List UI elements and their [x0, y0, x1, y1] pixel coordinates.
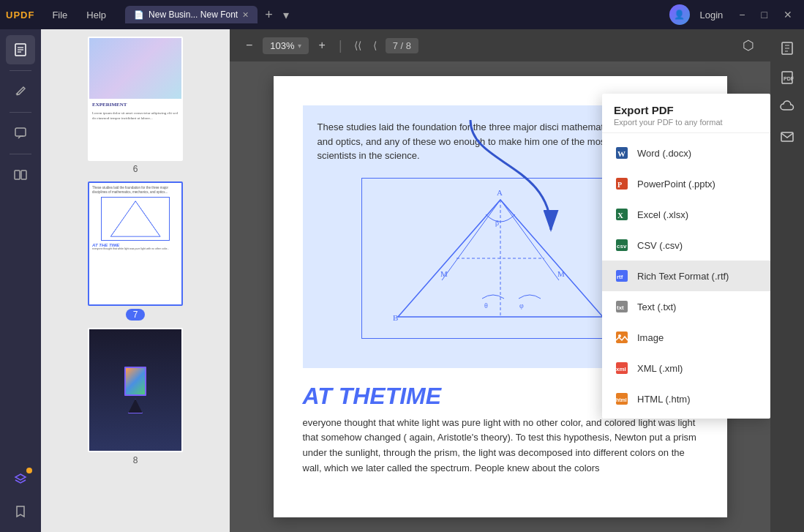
- sidebar-icon-organize[interactable]: [6, 160, 35, 190]
- svg-text:M: M: [440, 269, 448, 278]
- export-item-rtf[interactable]: rtf Rich Text Format (.rtf): [602, 261, 770, 291]
- page-separator: /: [400, 40, 405, 51]
- excel-icon: X: [614, 206, 630, 222]
- title-bar-right: 👤 Login − □ ✕: [669, 4, 798, 25]
- svg-text:xml: xml: [616, 366, 626, 372]
- login-btn[interactable]: Login: [694, 7, 729, 23]
- thumbnail-label-7: 7: [126, 309, 146, 321]
- avatar[interactable]: 👤: [669, 4, 690, 25]
- export-label-excel: Excel (.xlsx): [637, 209, 688, 220]
- html-icon: html: [614, 391, 630, 407]
- svg-text:txt: txt: [617, 304, 624, 311]
- toolbar: − 103% ▾ + | ⟨⟨ ⟨ 7 / 8 ⬡: [230, 29, 770, 61]
- export-item-pptx[interactable]: P PowerPoint (.pptx): [602, 168, 770, 199]
- updf-logo[interactable]: UPDF: [6, 10, 34, 20]
- tabs-area: 📄 New Busin... New Font ✕ + ▾: [125, 6, 664, 23]
- svg-text:W: W: [617, 149, 625, 158]
- svg-text:B: B: [393, 313, 398, 322]
- right-icon-pdf[interactable]: PDF: [774, 64, 800, 91]
- right-icon-cloud[interactable]: [774, 94, 800, 120]
- svg-text:M: M: [557, 269, 565, 278]
- tab-close-btn[interactable]: ✕: [242, 10, 249, 20]
- svg-text:θ: θ: [484, 301, 488, 310]
- pptx-icon: P: [614, 176, 630, 192]
- export-item-image[interactable]: Image: [602, 322, 770, 353]
- page-first-btn[interactable]: ⟨⟨: [351, 38, 364, 53]
- close-btn[interactable]: ✕: [778, 6, 798, 23]
- maximize-btn[interactable]: □: [756, 6, 773, 23]
- svg-text:X: X: [617, 211, 623, 220]
- export-label-xml: XML (.xml): [637, 363, 683, 374]
- thumbnail-image-7[interactable]: These studies laid the foundation for th…: [88, 181, 183, 306]
- thumbnail-item-8[interactable]: 8: [48, 328, 222, 465]
- sidebar-icon-comment[interactable]: [6, 119, 35, 148]
- section-body: everyone thought that white light was pu…: [303, 416, 698, 476]
- svg-text:PDF: PDF: [784, 76, 794, 81]
- left-sidebar: [0, 29, 41, 532]
- sidebar-icon-pages[interactable]: [6, 35, 35, 64]
- minimize-btn[interactable]: −: [733, 6, 751, 23]
- thumbnail-panel: EXPERIMENT Lorem ipsum dolor sit amet co…: [41, 29, 230, 532]
- svg-text:A: A: [497, 188, 503, 197]
- rtf-icon: rtf: [614, 268, 630, 284]
- zoom-out-btn[interactable]: −: [241, 36, 257, 55]
- tab-add-btn[interactable]: +: [260, 7, 277, 23]
- thumbnail-image-8[interactable]: [88, 328, 183, 452]
- sidebar-icon-layers[interactable]: [6, 465, 35, 494]
- thumbnail-item-7[interactable]: These studies laid the foundation for th…: [48, 181, 222, 321]
- export-list: W Word (.docx) P PowerPoint (.pptx): [602, 133, 770, 419]
- total-pages: 8: [406, 40, 411, 51]
- export-item-txt[interactable]: txt Text (.txt): [602, 291, 770, 322]
- zoom-in-btn[interactable]: +: [315, 36, 330, 55]
- svg-line-14: [500, 200, 559, 280]
- current-page: 7: [393, 40, 398, 51]
- svg-rect-45: [781, 132, 793, 141]
- export-label-rtf: Rich Text Format (.rtf): [637, 271, 729, 282]
- export-btn[interactable]: ⬡: [738, 34, 759, 56]
- svg-text:rtf: rtf: [617, 274, 623, 280]
- svg-text:P: P: [617, 181, 622, 189]
- tab-dropdown-btn[interactable]: ▾: [283, 8, 289, 22]
- page-up-btn[interactable]: ⟨: [370, 38, 380, 53]
- zoom-dropdown-icon: ▾: [298, 42, 301, 50]
- pdf-diagram: A B C M M β θ φ: [361, 178, 639, 339]
- pdf-area[interactable]: These studies laid the foundation for th…: [230, 61, 770, 532]
- svg-rect-5: [15, 171, 20, 179]
- sidebar-divider-2: [10, 112, 31, 113]
- tab-active[interactable]: 📄 New Busin... New Font ✕: [125, 6, 258, 23]
- thumbnail-label-6: 6: [133, 164, 138, 174]
- export-subtitle: Export your PDF to any format: [614, 118, 759, 127]
- app-body: EXPERIMENT Lorem ipsum dolor sit amet co…: [0, 29, 804, 532]
- thumbnail-item-6[interactable]: EXPERIMENT Lorem ipsum dolor sit amet co…: [48, 37, 222, 174]
- toolbar-separator: |: [339, 38, 342, 53]
- toolbar-right: ⬡: [738, 34, 759, 56]
- export-header: Export PDF Export your PDF to any format: [602, 94, 770, 133]
- export-item-xml[interactable]: xml XML (.xml): [602, 353, 770, 383]
- right-icon-mail[interactable]: [774, 123, 800, 149]
- export-item-csv[interactable]: csv CSV (.csv): [602, 230, 770, 261]
- thumbnail-image-6[interactable]: EXPERIMENT Lorem ipsum dolor sit amet co…: [88, 37, 183, 161]
- export-item-word[interactable]: W Word (.docx): [602, 138, 770, 168]
- export-label-csv: CSV (.csv): [637, 240, 683, 251]
- menu-file[interactable]: File: [45, 7, 75, 23]
- svg-text:φ: φ: [519, 301, 524, 310]
- sidebar-icon-edit[interactable]: [6, 77, 35, 106]
- sidebar-icon-bookmark[interactable]: [6, 497, 35, 526]
- txt-icon: txt: [614, 299, 630, 315]
- export-item-excel[interactable]: X Excel (.xlsx): [602, 199, 770, 230]
- svg-rect-4: [15, 128, 26, 136]
- word-icon: W: [614, 145, 630, 161]
- right-icon-export[interactable]: [774, 35, 800, 61]
- page-indicator: 7 / 8: [386, 38, 418, 53]
- export-label-word: Word (.docx): [637, 148, 691, 159]
- image-icon: [614, 329, 630, 345]
- export-title: Export PDF: [614, 104, 759, 116]
- sidebar-bottom: [6, 465, 35, 526]
- export-item-html[interactable]: html HTML (.htm): [602, 383, 770, 414]
- right-sidebar: PDF: [770, 29, 804, 532]
- export-panel: Export PDF Export your PDF to any format…: [602, 94, 770, 419]
- svg-line-13: [442, 200, 500, 280]
- zoom-display[interactable]: 103% ▾: [263, 37, 308, 54]
- menu-help[interactable]: Help: [79, 7, 113, 23]
- sidebar-badge: [26, 468, 32, 473]
